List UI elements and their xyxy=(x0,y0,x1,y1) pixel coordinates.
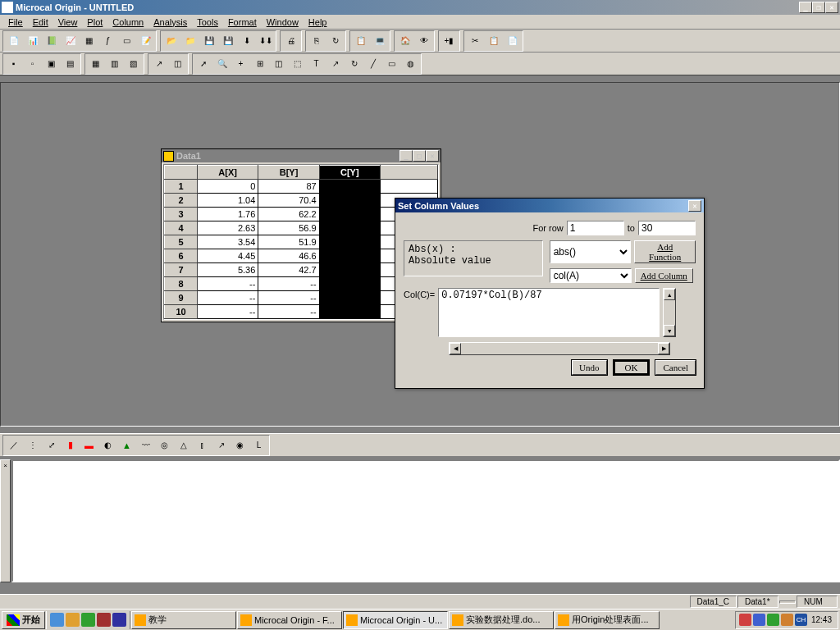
cell-c[interactable] xyxy=(319,263,380,277)
column-plot-button[interactable]: ▮ xyxy=(61,436,80,454)
cell-a[interactable]: 1.04 xyxy=(198,194,258,208)
arrange-1[interactable]: ▦ xyxy=(86,55,105,73)
cell-b[interactable]: 87 xyxy=(258,180,319,194)
scatter-plot-button[interactable]: ⋮ xyxy=(23,436,42,454)
tray-shield-icon[interactable] xyxy=(739,614,751,626)
tray-av-icon[interactable] xyxy=(767,614,779,626)
corner-cell[interactable] xyxy=(165,166,198,180)
layer-tool-3[interactable]: ▣ xyxy=(42,55,61,73)
start-button[interactable]: 开始 xyxy=(2,611,45,629)
menu-tools[interactable]: Tools xyxy=(192,16,223,28)
minimize-button[interactable]: _ xyxy=(799,2,812,13)
menu-view[interactable]: View xyxy=(53,16,83,28)
line-symbol-plot-button[interactable]: ⤢ xyxy=(42,436,61,454)
menu-analysis[interactable]: Analysis xyxy=(148,16,192,28)
menu-column[interactable]: Column xyxy=(107,16,148,28)
cell-a[interactable]: 5.36 xyxy=(198,263,258,277)
cell-b[interactable]: -- xyxy=(258,277,319,291)
smith-plot-button[interactable]: ◉ xyxy=(231,436,249,454)
function-select[interactable]: abs() xyxy=(550,240,632,263)
cell-b[interactable]: -- xyxy=(258,291,319,305)
ok-button[interactable]: OK xyxy=(614,360,650,375)
restore-button[interactable]: ❐ xyxy=(812,2,825,13)
cell-b[interactable]: 62.2 xyxy=(258,208,319,221)
pointer-tool[interactable]: ➚ xyxy=(194,55,212,73)
add-column-button[interactable]: +▮ xyxy=(440,32,459,50)
row-header[interactable]: 5 xyxy=(165,235,198,249)
merge-button[interactable]: ◫ xyxy=(168,55,187,73)
new-worksheet-button[interactable]: 📊 xyxy=(23,32,42,50)
taskbar-task-button[interactable]: Microcal Origin - F... xyxy=(237,611,342,629)
menu-file[interactable]: File xyxy=(3,16,28,28)
cell-c[interactable] xyxy=(319,277,380,291)
taskbar-task-button[interactable]: Microcal Origin - U... xyxy=(343,611,448,629)
cell-c[interactable] xyxy=(319,235,380,249)
new-matrix-button[interactable]: ▦ xyxy=(80,32,98,50)
tray-ime-icon[interactable]: CH xyxy=(795,614,807,626)
worksheet-minimize-button[interactable]: _ xyxy=(399,150,413,162)
layer-tool-4[interactable]: ▤ xyxy=(61,55,80,73)
row-header[interactable]: 1 xyxy=(165,180,198,194)
highlow-plot-button[interactable]: ⫿ xyxy=(193,436,212,454)
column-select[interactable]: col(A) xyxy=(550,268,632,283)
arrange-3[interactable]: ▧ xyxy=(124,55,143,73)
cell-b[interactable]: 56.9 xyxy=(258,221,319,235)
cell-c[interactable] xyxy=(319,305,380,319)
cell-c[interactable] xyxy=(319,249,380,263)
new-function-button[interactable]: ƒ xyxy=(98,32,117,50)
add-column-button[interactable]: Add Column xyxy=(635,268,693,283)
import-multi-button[interactable]: ⬇⬇ xyxy=(256,32,275,50)
add-function-button[interactable]: Add Function xyxy=(634,240,696,263)
close-button[interactable]: ✕ xyxy=(825,2,838,13)
paste-button[interactable]: 📄 xyxy=(503,32,522,50)
cell-c[interactable] xyxy=(319,291,380,305)
quicklaunch-ie-icon[interactable] xyxy=(50,613,64,627)
row-header[interactable]: 7 xyxy=(165,263,198,277)
reader-tool[interactable]: + xyxy=(231,55,250,73)
col-header-a[interactable]: A[X] xyxy=(198,166,258,180)
quicklaunch-app2-icon[interactable] xyxy=(97,613,111,627)
line-plot-button[interactable]: ／ xyxy=(4,436,23,454)
import-button[interactable]: ⬇ xyxy=(237,32,256,50)
curved-arrow-tool[interactable]: ↻ xyxy=(345,55,363,73)
vector-plot-button[interactable]: ↗ xyxy=(212,436,231,454)
ternary-plot-button[interactable]: △ xyxy=(174,436,193,454)
cell-b[interactable]: 42.7 xyxy=(258,263,319,277)
rectangle-tool[interactable]: ▭ xyxy=(382,55,401,73)
menu-format[interactable]: Format xyxy=(223,16,262,28)
cell-b[interactable]: 46.6 xyxy=(258,249,319,263)
new-project-button[interactable]: 📄 xyxy=(4,32,23,50)
arrow-tool[interactable]: ↗ xyxy=(326,55,345,73)
data-selector-tool[interactable]: ◫ xyxy=(269,55,288,73)
copy-button[interactable]: 📋 xyxy=(484,32,503,50)
cancel-button[interactable]: Cancel xyxy=(655,360,696,375)
col-header-c[interactable]: C[Y] xyxy=(319,166,380,180)
tray-volume-icon[interactable] xyxy=(781,614,793,626)
cut-button[interactable]: ✂ xyxy=(465,32,484,50)
taskbar-task-button[interactable]: 教学 xyxy=(131,611,236,629)
open-template-button[interactable]: 📁 xyxy=(180,32,199,50)
duplicate-button[interactable]: ⎘ xyxy=(307,32,326,50)
zoom-tool[interactable]: 🔍 xyxy=(212,55,231,73)
dialog-close-button[interactable]: ✕ xyxy=(688,200,701,212)
line-tool[interactable]: ╱ xyxy=(363,55,382,73)
row-header[interactable]: 8 xyxy=(165,277,198,291)
cell-a[interactable]: -- xyxy=(198,277,258,291)
formula-scrollbar-h[interactable]: ◀▶ xyxy=(449,342,670,355)
taskbar-task-button[interactable]: 实验数据处理.do... xyxy=(449,611,554,629)
text-tool[interactable]: T xyxy=(307,55,326,73)
quicklaunch-app1-icon[interactable] xyxy=(81,613,95,627)
region-tool[interactable]: ◍ xyxy=(401,55,420,73)
undo-button[interactable]: Undo xyxy=(572,360,606,375)
print-button[interactable]: 🖨 xyxy=(281,32,300,50)
cell-c[interactable] xyxy=(319,194,380,208)
menu-window[interactable]: Window xyxy=(262,16,304,28)
quicklaunch-desktop-icon[interactable] xyxy=(66,613,80,627)
save-template-button[interactable]: 💾 xyxy=(218,32,237,50)
template-plot-button[interactable]: L xyxy=(249,436,268,454)
new-notes-button[interactable]: 📝 xyxy=(136,32,155,50)
worksheet-maximize-button[interactable]: □ xyxy=(413,150,426,162)
cell-a[interactable]: 2.63 xyxy=(198,221,258,235)
new-graph-button[interactable]: 📈 xyxy=(61,32,80,50)
cell-a[interactable]: 1.76 xyxy=(198,208,258,221)
